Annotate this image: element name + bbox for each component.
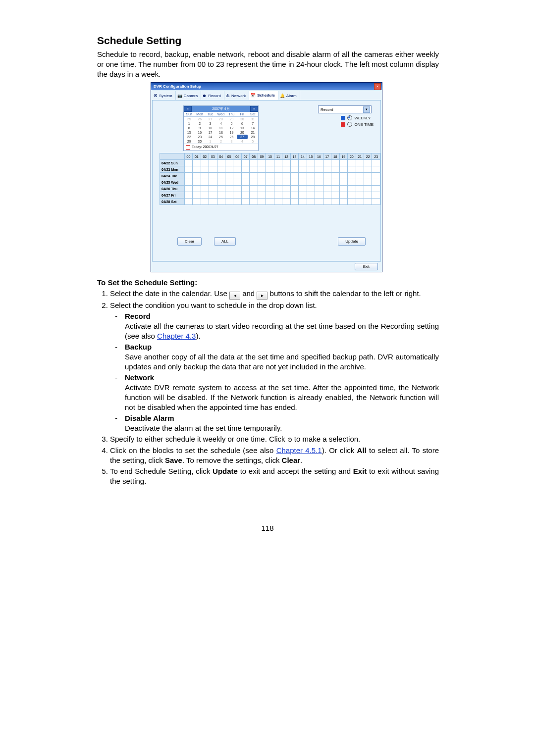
- calendar-cell[interactable]: 24: [205, 135, 215, 139]
- schedule-cell[interactable]: [217, 199, 225, 205]
- exit-button[interactable]: Exit: [355, 263, 378, 270]
- calendar-cell[interactable]: 17: [205, 130, 215, 135]
- schedule-cell[interactable]: [323, 160, 331, 166]
- schedule-cell[interactable]: [307, 173, 315, 179]
- schedule-cell[interactable]: [372, 192, 380, 199]
- schedule-cell[interactable]: [241, 192, 249, 199]
- schedule-cell[interactable]: [307, 186, 315, 192]
- schedule-cell[interactable]: [258, 186, 266, 192]
- schedule-cell[interactable]: [372, 166, 380, 173]
- schedule-cell[interactable]: [290, 179, 298, 186]
- tab-system[interactable]: 🛠System: [152, 91, 176, 100]
- schedule-cell[interactable]: [225, 192, 233, 199]
- schedule-cell[interactable]: [184, 199, 192, 205]
- schedule-cell[interactable]: [315, 192, 323, 199]
- schedule-cell[interactable]: [372, 186, 380, 192]
- schedule-cell[interactable]: [356, 199, 364, 205]
- schedule-cell[interactable]: [233, 186, 241, 192]
- calendar-cell[interactable]: 30: [237, 117, 247, 121]
- schedule-cell[interactable]: [364, 186, 372, 192]
- calendar-cell[interactable]: 26: [194, 117, 205, 121]
- schedule-cell[interactable]: [299, 173, 307, 179]
- schedule-cell[interactable]: [193, 179, 201, 186]
- calendar-cell[interactable]: 30: [194, 139, 205, 144]
- schedule-cell[interactable]: [241, 179, 249, 186]
- schedule-cell[interactable]: [348, 160, 356, 166]
- schedule-cell[interactable]: [233, 160, 241, 166]
- schedule-cell[interactable]: [250, 192, 258, 199]
- schedule-cell[interactable]: [258, 166, 266, 173]
- schedule-cell[interactable]: [184, 179, 192, 186]
- calendar-cell[interactable]: 20: [237, 130, 247, 135]
- schedule-cell[interactable]: [266, 199, 274, 205]
- schedule-cell[interactable]: [266, 173, 274, 179]
- schedule-cell[interactable]: [233, 173, 241, 179]
- schedule-cell[interactable]: [274, 179, 282, 186]
- clear-button[interactable]: Clear: [177, 237, 202, 246]
- schedule-cell[interactable]: [217, 179, 225, 186]
- calendar-cell[interactable]: 15: [184, 130, 194, 135]
- schedule-cell[interactable]: [290, 173, 298, 179]
- calendar-cell[interactable]: 12: [226, 126, 237, 130]
- schedule-cell[interactable]: [217, 186, 225, 192]
- schedule-cell[interactable]: [348, 199, 356, 205]
- schedule-cell[interactable]: [266, 192, 274, 199]
- schedule-cell[interactable]: [348, 186, 356, 192]
- schedule-cell[interactable]: [266, 179, 274, 186]
- schedule-cell[interactable]: [348, 166, 356, 173]
- all-button[interactable]: ALL: [214, 237, 236, 246]
- schedule-cell[interactable]: [193, 199, 201, 205]
- schedule-grid[interactable]: 0001020304050607080910111213141516171819…: [160, 153, 380, 205]
- schedule-cell[interactable]: [250, 166, 258, 173]
- calendar-cell[interactable]: 27: [205, 117, 215, 121]
- schedule-cell[interactable]: [323, 166, 331, 173]
- schedule-cell[interactable]: [372, 199, 380, 205]
- schedule-cell[interactable]: [250, 199, 258, 205]
- schedule-cell[interactable]: [225, 160, 233, 166]
- schedule-cell[interactable]: [274, 192, 282, 199]
- schedule-cell[interactable]: [356, 192, 364, 199]
- schedule-cell[interactable]: [201, 166, 209, 173]
- schedule-cell[interactable]: [225, 173, 233, 179]
- schedule-cell[interactable]: [356, 179, 364, 186]
- schedule-cell[interactable]: [307, 166, 315, 173]
- schedule-cell[interactable]: [331, 166, 339, 173]
- schedule-cell[interactable]: [201, 179, 209, 186]
- calendar-cell[interactable]: 10: [205, 126, 215, 130]
- schedule-cell[interactable]: [315, 166, 323, 173]
- calendar-cell[interactable]: 5: [226, 121, 237, 126]
- schedule-cell[interactable]: [356, 160, 364, 166]
- schedule-cell[interactable]: [217, 173, 225, 179]
- calendar-cell[interactable]: 13: [237, 126, 247, 130]
- link-chapter-4-3[interactable]: Chapter 4.3: [157, 332, 196, 340]
- schedule-cell[interactable]: [323, 179, 331, 186]
- schedule-cell[interactable]: [209, 192, 217, 199]
- calendar-cell[interactable]: 1: [184, 121, 194, 126]
- schedule-cell[interactable]: [225, 166, 233, 173]
- schedule-cell[interactable]: [201, 186, 209, 192]
- tab-record[interactable]: ⏺Record: [201, 91, 224, 100]
- schedule-cell[interactable]: [250, 173, 258, 179]
- schedule-cell[interactable]: [299, 160, 307, 166]
- schedule-cell[interactable]: [282, 186, 290, 192]
- close-icon[interactable]: ×: [374, 83, 381, 90]
- calendar-cell[interactable]: 3: [226, 139, 237, 144]
- schedule-cell[interactable]: [364, 192, 372, 199]
- schedule-cell[interactable]: [250, 160, 258, 166]
- calendar-cell[interactable]: 16: [194, 130, 205, 135]
- calendar-cell[interactable]: 4: [237, 139, 247, 144]
- schedule-cell[interactable]: [274, 166, 282, 173]
- schedule-cell[interactable]: [307, 160, 315, 166]
- schedule-cell[interactable]: [299, 192, 307, 199]
- schedule-cell[interactable]: [241, 173, 249, 179]
- calendar-cell[interactable]: 19: [226, 130, 237, 135]
- schedule-cell[interactable]: [315, 199, 323, 205]
- schedule-cell[interactable]: [315, 173, 323, 179]
- schedule-cell[interactable]: [184, 160, 192, 166]
- schedule-cell[interactable]: [241, 166, 249, 173]
- schedule-cell[interactable]: [290, 186, 298, 192]
- calendar-cell[interactable]: 6: [237, 121, 247, 126]
- schedule-cell[interactable]: [339, 179, 347, 186]
- schedule-cell[interactable]: [331, 160, 339, 166]
- schedule-cell[interactable]: [372, 179, 380, 186]
